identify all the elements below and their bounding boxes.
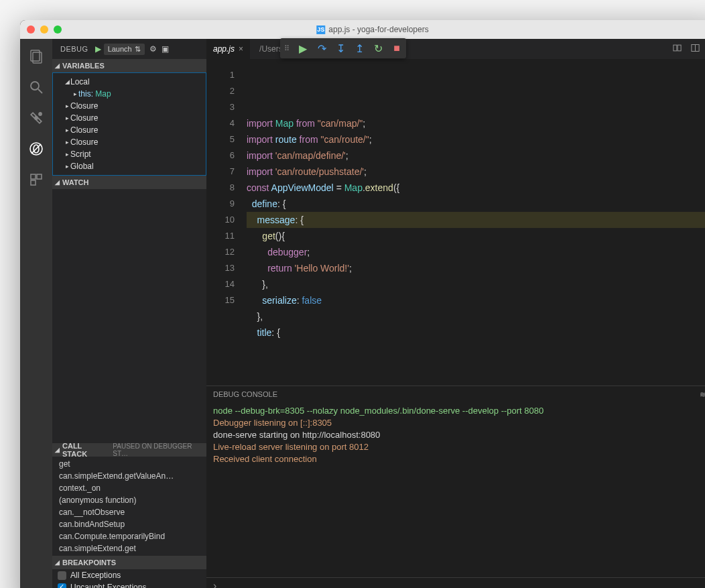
breakpoint-all-exceptions[interactable]: All Exceptions — [52, 569, 206, 581]
config-gear-icon[interactable]: ⚙ — [149, 44, 157, 54]
explorer-icon[interactable] — [27, 47, 46, 66]
watch-section-header[interactable]: ◢WATCH — [52, 176, 206, 189]
scope-closure[interactable]: ▸Closure — [64, 124, 206, 136]
breakpoint-uncaught-exceptions[interactable]: Uncaught Exceptions — [52, 581, 206, 588]
step-out-button[interactable]: ↥ — [354, 43, 365, 54]
scope-label: Closure — [70, 137, 98, 147]
svg-line-8 — [31, 144, 41, 154]
stack-frame[interactable]: can.simpleExtend.getValueAn… — [52, 470, 206, 482]
restart-button[interactable]: ↻ — [373, 43, 383, 54]
svg-point-2 — [31, 82, 39, 90]
launch-config-name: Launch — [108, 45, 132, 53]
chevron-down-icon: ◢ — [55, 447, 60, 453]
debug-label: DEBUG — [60, 45, 88, 53]
drag-handle-icon[interactable]: ⠿ — [284, 44, 290, 53]
activity-bar — [20, 39, 52, 588]
traffic-lights — [27, 25, 62, 34]
clear-console-icon[interactable]: ≋ — [700, 390, 705, 399]
svg-rect-11 — [37, 174, 42, 179]
svg-rect-12 — [31, 180, 36, 185]
close-window-button[interactable] — [27, 25, 35, 34]
bp-label: Uncaught Exceptions — [70, 583, 146, 588]
compare-icon[interactable] — [672, 43, 682, 56]
stack-frame[interactable]: context._on — [52, 482, 206, 494]
scope-label: Closure — [70, 125, 98, 135]
stack-frame[interactable]: can.simpleExtend.get — [52, 542, 206, 554]
split-editor-icon[interactable] — [690, 43, 700, 56]
tab-appjs[interactable]: app.js × — [206, 39, 250, 59]
tab-bar: app.js × /Users/m /src/app.js!eval ⠿ ▶ ↷… — [206, 39, 705, 59]
variables-body: ◢Local ▸this: Map ▸Closure ▸Closure ▸Clo… — [52, 72, 206, 176]
scope-closure[interactable]: ▸Closure — [64, 100, 206, 112]
svg-rect-13 — [674, 45, 677, 51]
stack-frame[interactable]: get — [52, 458, 206, 470]
debug-sidebar: DEBUG ▶ Launch ⇅ ⚙ ▣ ◢VARIABLES ◢Local ▸… — [52, 39, 206, 588]
continue-button[interactable]: ▶ — [298, 43, 308, 54]
breakpoints-title: BREAKPOINTS — [62, 558, 116, 567]
scope-local[interactable]: ◢Local — [64, 76, 206, 88]
step-over-button[interactable]: ↷ — [316, 43, 327, 54]
variables-section-header[interactable]: ◢VARIABLES — [52, 59, 206, 72]
maximize-window-button[interactable] — [54, 25, 62, 34]
scope-closure[interactable]: ▸Closure — [64, 136, 206, 148]
app-icon: JS — [316, 25, 325, 34]
debug-console-panel: DEBUG CONSOLE ≋ ⌄ node --debug-brk=8305 … — [206, 386, 705, 588]
window-title-text: app.js - yoga-for-developers — [328, 25, 428, 34]
svg-rect-10 — [31, 174, 36, 179]
scope-label: Closure — [70, 101, 98, 111]
stop-button[interactable]: ■ — [391, 43, 402, 54]
panel-title: DEBUG CONSOLE — [213, 390, 277, 398]
debug-toolbar[interactable]: ⠿ ▶ ↷ ↧ ↥ ↻ ■ — [280, 38, 406, 58]
close-tab-icon[interactable]: × — [239, 44, 243, 54]
debug-icon[interactable] — [27, 139, 46, 158]
stack-frame[interactable]: can.__notObserve — [52, 506, 206, 518]
tab-actions: ··· — [664, 39, 705, 59]
checkbox-checked[interactable] — [58, 583, 66, 589]
callstack-body: get can.simpleExtend.getValueAn… context… — [52, 457, 206, 556]
window: JS app.js - yoga-for-developers DEBUG ▶ … — [20, 20, 705, 588]
breakpoints-section-header[interactable]: ◢BREAKPOINTS — [52, 556, 206, 569]
console-output[interactable]: node --debug-brk=8305 --nolazy node_modu… — [206, 402, 705, 577]
extensions-icon[interactable] — [27, 170, 46, 189]
scope-global[interactable]: ▸Global — [64, 160, 206, 172]
breakpoints-body: All Exceptions Uncaught Exceptions — [52, 569, 206, 588]
search-icon[interactable] — [27, 78, 46, 97]
watch-title: WATCH — [62, 178, 89, 186]
scope-closure[interactable]: ▸Closure — [64, 112, 206, 124]
code-content[interactable]: import Map from "can/map/";import route … — [247, 59, 705, 386]
start-debug-button[interactable]: ▶ — [95, 44, 101, 54]
svg-rect-14 — [678, 45, 681, 51]
console-icon[interactable]: ▣ — [162, 44, 169, 54]
chevron-down-icon: ◢ — [55, 62, 60, 69]
window-title: JS app.js - yoga-for-developers — [316, 25, 428, 34]
launch-config-dropdown[interactable]: Launch ⇅ — [104, 44, 145, 55]
checkbox[interactable] — [58, 571, 66, 580]
stack-frame[interactable]: can.bindAndSetup — [52, 518, 206, 530]
scope-label: Closure — [70, 113, 98, 123]
callstack-section-header[interactable]: ◢CALL STACKPAUSED ON DEBUGGER ST… — [52, 443, 206, 457]
editor-main: app.js × /Users/m /src/app.js!eval ⠿ ▶ ↷… — [206, 39, 705, 588]
variables-title: VARIABLES — [62, 62, 105, 70]
git-icon[interactable] — [27, 109, 46, 127]
scope-script[interactable]: ▸Script — [64, 148, 206, 160]
var-value: Map — [95, 89, 111, 99]
scope-label: Script — [70, 150, 91, 159]
callstack-title: CALL STACK — [62, 442, 107, 458]
scope-label: Local — [70, 77, 90, 86]
console-prompt[interactable]: › — [206, 577, 705, 588]
stack-frame[interactable]: (anonymous function) — [52, 494, 206, 506]
code-editor[interactable]: 123456789101112131415 import Map from "c… — [206, 59, 705, 386]
step-into-button[interactable]: ↧ — [335, 43, 346, 54]
var-name: this: — [78, 89, 93, 99]
svg-point-6 — [39, 113, 42, 115]
stack-frame[interactable]: can.Compute.temporarilyBind — [52, 530, 206, 542]
scope-label: Global — [70, 162, 94, 171]
chevron-down-icon: ◢ — [55, 559, 60, 566]
svg-line-3 — [38, 89, 42, 93]
chevron-down-icon: ⇅ — [135, 45, 141, 54]
panel-header: DEBUG CONSOLE ≋ ⌄ — [206, 386, 705, 402]
line-gutter: 123456789101112131415 — [206, 59, 247, 386]
debug-header: DEBUG ▶ Launch ⇅ ⚙ ▣ — [52, 39, 206, 59]
minimize-window-button[interactable] — [40, 25, 48, 34]
variable-this[interactable]: ▸this: Map — [72, 88, 206, 100]
